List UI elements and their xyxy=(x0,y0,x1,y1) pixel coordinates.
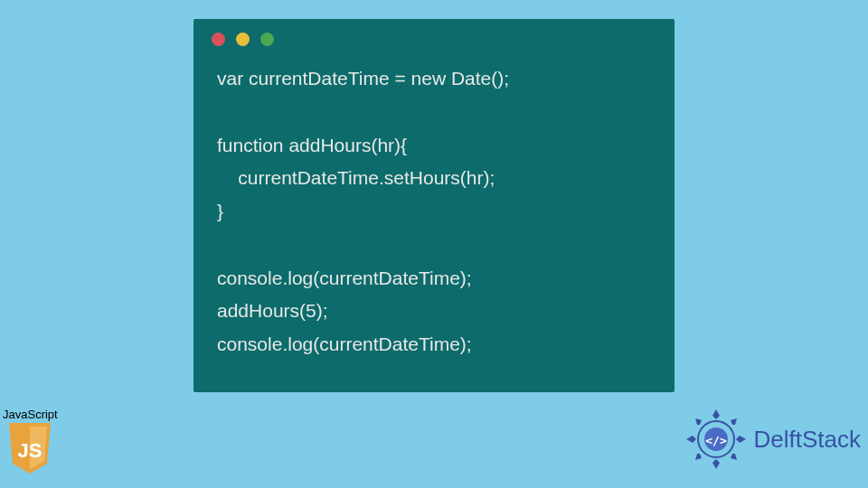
code-content: var currentDateTime = new Date(); functi… xyxy=(193,53,675,371)
window-maximize-dot xyxy=(260,33,274,46)
window-minimize-dot xyxy=(236,33,250,46)
window-controls xyxy=(193,19,675,53)
javascript-shield-icon: JS xyxy=(7,423,52,474)
shield-text-icon: JS xyxy=(18,439,42,462)
javascript-label: JavaScript xyxy=(3,408,58,421)
javascript-badge: JavaScript JS xyxy=(3,408,58,474)
window-close-dot xyxy=(212,33,225,46)
code-editor-window: var currentDateTime = new Date(); functi… xyxy=(193,19,675,392)
delftstack-brand-text: DelftStack xyxy=(754,426,862,454)
delftstack-logo: </> DelftStack xyxy=(684,407,862,472)
svg-text:</>: </> xyxy=(705,434,727,447)
delftstack-ornament-icon: </> xyxy=(684,407,749,472)
